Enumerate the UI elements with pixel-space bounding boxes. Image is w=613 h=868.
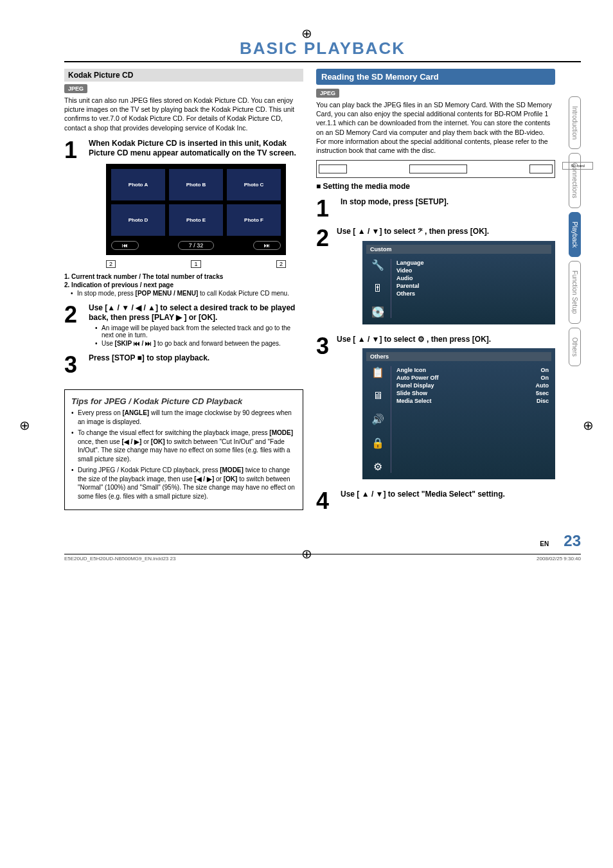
tips-box: Tips for JPEG / Kodak Picture CD Playbac… [64,389,303,510]
kodak-intro: This unit can also run JPEG files stored… [64,96,303,132]
tip-1: Every press on [ANGLE] will turn the ima… [71,409,296,426]
footer-line: E5E20UD_E5H20UD-NB500MG9_EN.indd23 23 20… [64,554,581,562]
sliders-icon: 🎚 [373,283,383,294]
step2-bullet1: An image will be played back from the se… [95,324,303,339]
photo-d[interactable]: Photo D [111,204,165,236]
device-disc-slot [319,164,347,173]
step2-bullet2: Use [SKIP ⏮ / ⏭ ] to go back and forward… [95,340,303,347]
leader-mid: 1 [191,260,200,268]
next-page-button[interactable]: ⏭ [253,241,281,250]
jpeg-badge: JPEG [64,84,87,93]
kodak-header: Kodak Picture CD [64,69,303,82]
note-2: 2. Indication of previous / next page [64,281,303,288]
speaker-icon: 🔊 [371,413,384,425]
device-sd-slot [529,164,553,173]
r-step2-title: Use [ ▲ / ▼] to select 𝄢 , then press [O… [337,227,555,237]
row-slide-show[interactable]: Slide Show5sec [396,389,549,397]
r-step3-number: 3 [316,335,330,484]
menu-item-audio[interactable]: Audio [396,274,549,282]
pop-menu-button-label: [POP MENU / MENU] [136,290,199,297]
others-menu-screen: Others 📋 🖥 🔊 🔒 ⚙ Angle IconOn [362,348,555,479]
step2-number: 2 [64,303,82,347]
reading-header: Reading the SD Memory Card [316,69,555,85]
page-counter: 7 / 32 [178,241,215,250]
photo-b[interactable]: Photo B [169,169,223,200]
tip-2: To change the visual effect for switchin… [71,429,296,463]
disc-icon: 💽 [371,306,384,318]
row-media-select[interactable]: Media SelectDisc [396,397,549,405]
ok-button-label: [OK] [151,438,165,445]
ok-button-label-2: [OK] [224,475,238,483]
gear-icon: ⚙ [373,461,382,473]
tab-playback[interactable]: Playback [569,212,581,258]
setting-media-mode-heading: Setting the media mode [316,182,555,191]
row-panel-display[interactable]: Panel DisplayAuto [396,382,549,389]
row-angle-icon[interactable]: Angle IconOn [396,366,549,374]
r-step1-title: In stop mode, press [SETUP]. [341,197,555,208]
jpeg-badge-2: JPEG [316,89,339,98]
photo-a[interactable]: Photo A [111,169,165,200]
wrench-icon: 🔧 [371,259,384,271]
page-number: 23 [564,532,581,549]
device-diagram: SD card [316,160,555,178]
monitor-icon: 🖥 [373,390,383,402]
footer-file: E5E20UD_E5H20UD-NB500MG9_EN.indd23 23 [64,556,175,562]
lang-code: EN [540,540,549,547]
menu-item-video[interactable]: Video [396,267,549,274]
page-title: BASIC PLAYBACK [64,39,581,62]
note-2-sub: In stop mode, press [POP MENU / MENU] to… [71,290,303,297]
step3-title: Press [STOP ■] to stop playback. [89,353,303,364]
tips-title: Tips for JPEG / Kodak Picture CD Playbac… [71,396,296,406]
photo-grid: Photo A Photo B Photo C Photo D Photo E … [106,164,286,255]
lock-icon: 🔒 [371,437,384,449]
sd-card-callout: SD card [562,162,593,170]
side-tabs: Introduction Connections Playback Functi… [569,96,581,366]
angle-button-label: [ANGLE] [122,409,149,416]
left-right-label: [◀ / ▶] [121,438,141,445]
leader-left: 2 [106,260,116,268]
mode-button-label: [MODE] [269,429,293,436]
menu-item-others[interactable]: Others [396,290,549,297]
footer-date: 2008/02/25 9:30:40 [537,556,581,562]
tip-3: During JPEG / Kodak Picture CD playback,… [71,466,296,500]
r-step1-number: 1 [316,197,334,220]
skip-button-label: [SKIP ⏮ / ⏭ ] [115,340,156,347]
r-step2-number: 2 [316,227,330,328]
photo-c[interactable]: Photo C [227,169,281,200]
r-step3-title: Use [ ▲ / ▼] to select ⚙ , then press [O… [337,335,555,345]
photo-f[interactable]: Photo F [227,204,281,236]
others-menu-header: Others [366,352,551,361]
menu-item-language[interactable]: Language [396,259,549,267]
custom-menu-header: Custom [366,245,551,254]
mode-button-label-2: [MODE] [220,466,244,474]
tab-introduction[interactable]: Introduction [569,96,581,149]
left-column: Kodak Picture CD JPEG This unit can also… [64,69,303,513]
note-1: 1. Current track number / The total numb… [64,273,303,280]
left-right-label-2: [◀ / ▶] [194,475,214,483]
r-step4-number: 4 [316,490,334,513]
tab-others[interactable]: Others [569,328,581,366]
step1-title: When Kodak Picture CD is inserted in thi… [89,139,303,159]
sd-intro: You can play back the JPEG files in an S… [316,100,555,155]
custom-menu-screen: Custom 🔧 🎚 💽 Language Video Audio [362,241,555,324]
leader-right: 2 [276,260,286,268]
step1-number: 1 [64,139,82,272]
right-column: Reading the SD Memory Card JPEG You can … [316,69,581,513]
device-display [409,164,467,173]
list-icon: 📋 [371,366,384,378]
menu-item-parental[interactable]: Parental [396,282,549,290]
step3-number: 3 [64,353,82,376]
photo-e[interactable]: Photo E [169,204,223,236]
step2-title: Use [▲ / ▼ / ◀ / ▲] to select a desired … [89,303,303,323]
prev-page-button[interactable]: ⏮ [111,241,139,250]
r-step4-title: Use [ ▲ / ▼] to select "Media Select" se… [341,490,555,500]
tab-function-setup[interactable]: Function Setup [569,261,581,323]
row-auto-power-off[interactable]: Auto Power OffOn [396,374,549,382]
